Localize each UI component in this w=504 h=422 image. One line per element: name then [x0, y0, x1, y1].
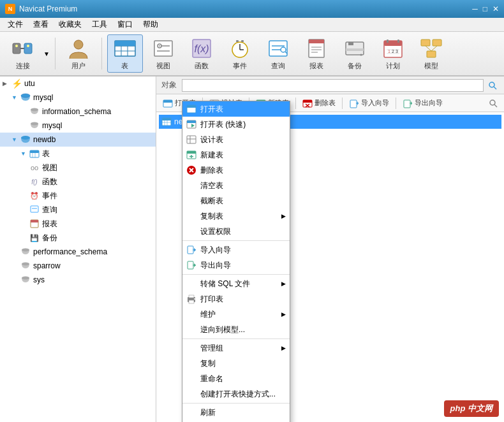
app-logo: N — [5, 4, 15, 14]
ctx-print[interactable]: 打印表 — [182, 291, 290, 307]
ctx-open-fast[interactable]: 打开表 (快速) — [182, 117, 290, 132]
app-title: Navicat Premium — [19, 4, 77, 13]
object-search-input[interactable] — [182, 79, 484, 92]
tree-arrow-newdb: ▼ — [11, 136, 20, 143]
schema-information-icon — [29, 106, 40, 117]
tree-label-utu: utu — [24, 79, 35, 88]
ctx-manage-group[interactable]: 管理组 ▶ — [182, 340, 290, 356]
db-sys-icon — [20, 275, 31, 285]
db-perf-icon — [20, 247, 31, 257]
toolbar-model[interactable]: 模型 — [413, 34, 449, 73]
tree-root-utu[interactable]: ▶ ⚡ utu — [0, 76, 156, 91]
ctx-permissions[interactable]: 设置权限 — [182, 224, 290, 239]
svg-rect-22 — [236, 40, 239, 42]
ctx-dump-sql[interactable]: 转储 SQL 文件 ▶ — [182, 276, 290, 291]
backup-label: 备份 — [348, 61, 362, 71]
window-close[interactable]: ✕ — [493, 4, 499, 13]
tree-func-folder[interactable]: f() 函数 — [0, 175, 156, 189]
ctx-import-label: 导入向导 — [200, 245, 231, 256]
action-sep-4 — [342, 98, 343, 109]
function-label: 函数 — [195, 61, 209, 71]
tree-view-folder[interactable]: oo 视图 — [0, 161, 156, 175]
toolbar-query[interactable]: 查询 — [260, 34, 296, 73]
tree-db-sys[interactable]: sys — [0, 273, 156, 287]
ctx-design[interactable]: 设计表 — [182, 132, 290, 147]
toolbar-view[interactable]: 视图 — [145, 34, 181, 73]
ctx-open-table[interactable]: 打开表 — [182, 101, 290, 117]
menu-favorites[interactable]: 收藏夹 — [54, 18, 87, 31]
toolbar-connect[interactable]: 连接 — [5, 34, 41, 73]
menu-help[interactable]: 帮助 — [138, 18, 163, 31]
action-import[interactable]: 导入向导 — [345, 97, 393, 110]
toolbar-event[interactable]: 事件 — [222, 34, 258, 73]
object-search-btn[interactable] — [486, 79, 499, 92]
svg-point-36 — [360, 54, 362, 55]
svg-point-89 — [490, 100, 495, 105]
ctx-manage-group-label: 管理组 — [200, 343, 223, 354]
svg-point-68 — [489, 82, 494, 87]
svg-rect-61 — [31, 206, 38, 212]
query-label: 查询 — [271, 61, 285, 71]
tree-schema-information[interactable]: information_schema — [0, 105, 156, 119]
toolbar-function[interactable]: f(x) 函数 — [184, 34, 219, 73]
ctx-delete-table[interactable]: 删除表 — [182, 163, 290, 178]
tree-label-query: 查询 — [42, 205, 57, 215]
action-delete[interactable]: 删除表 — [299, 97, 339, 110]
action-search2[interactable] — [485, 98, 501, 109]
toolbar-user[interactable]: 用户 — [61, 34, 96, 73]
action-export[interactable]: 导出向导 — [399, 97, 447, 110]
window-maximize[interactable]: □ — [483, 4, 487, 13]
tree-backup-folder[interactable]: 💾 备份 — [0, 231, 156, 245]
ctx-rename[interactable]: 重命名 — [182, 371, 290, 386]
svg-rect-48 — [433, 40, 441, 46]
tree-db-perf[interactable]: performance_schema — [0, 245, 156, 259]
svg-rect-49 — [427, 51, 436, 57]
ctx-sep-2 — [182, 274, 290, 275]
tree-db-sparrow[interactable]: sparrow — [0, 259, 156, 273]
ctx-new-table[interactable]: 新建表 — [182, 147, 290, 163]
svg-text:2: 2 — [392, 49, 394, 54]
ctx-export[interactable]: 导出向导 — [182, 258, 290, 273]
ctx-print-label: 打印表 — [200, 294, 223, 305]
tree-report-folder[interactable]: 报表 — [0, 217, 156, 231]
tree-db-newdb[interactable]: ▼ newdb — [0, 133, 156, 147]
ctx-maintain-label: 维护 — [200, 309, 216, 320]
toolbar-report[interactable]: 报表 — [299, 34, 334, 73]
ctx-copy[interactable]: 复制 — [182, 356, 290, 371]
toolbar-backup[interactable]: 备份 — [337, 34, 373, 73]
toolbar-table[interactable]: 表 — [107, 34, 143, 73]
menu-tools[interactable]: 工具 — [87, 18, 112, 31]
toolbar-schedule[interactable]: 1 2 3 计划 — [375, 34, 411, 73]
ctx-reverse-model[interactable]: 逆向到模型... — [182, 322, 290, 337]
open-icon — [163, 98, 173, 108]
tree-event-folder[interactable]: ⏰ 事件 — [0, 189, 156, 203]
ctx-maintain[interactable]: 维护 ▶ — [182, 307, 290, 322]
tree-table-folder[interactable]: ▼ 表 — [0, 147, 156, 161]
ctx-manage-arrow: ▶ — [281, 345, 286, 351]
svg-text:1: 1 — [388, 49, 390, 54]
svg-point-1 — [15, 45, 18, 47]
ctx-import[interactable]: 导入向导 — [182, 242, 290, 258]
tree-label-information: information_schema — [42, 107, 111, 116]
tree-db-mysql[interactable]: ▼ mysql — [0, 91, 156, 105]
context-menu: 打开表 打开表 (快速) 设计表 — [182, 101, 290, 422]
table-item-icon — [161, 117, 172, 127]
tree-query-folder[interactable]: 查询 — [0, 203, 156, 217]
ctx-refresh[interactable]: 刷新 — [182, 405, 290, 420]
ctx-clear-table[interactable]: 清空表 — [182, 178, 290, 193]
menu-window[interactable]: 窗口 — [112, 18, 138, 31]
view-label: 视图 — [156, 61, 170, 71]
ctx-copy-table[interactable]: 复制表 ▶ — [182, 208, 290, 224]
svg-rect-35 — [348, 42, 353, 45]
action-import-label: 导入向导 — [361, 98, 389, 108]
tree-schema-mysql2[interactable]: mysql — [0, 119, 156, 133]
ctx-open-icon — [186, 104, 196, 114]
window-minimize[interactable]: ─ — [472, 4, 478, 13]
menu-view[interactable]: 查看 — [28, 18, 54, 31]
svg-rect-101 — [187, 136, 196, 143]
ctx-truncate-table[interactable]: 截断表 — [182, 193, 290, 208]
connect-dropdown[interactable]: ▼ — [43, 50, 50, 57]
ctx-create-shortcut[interactable]: 创建打开表快捷方式... — [182, 386, 290, 402]
menu-file[interactable]: 文件 — [3, 18, 28, 31]
query-folder-icon — [29, 205, 40, 215]
